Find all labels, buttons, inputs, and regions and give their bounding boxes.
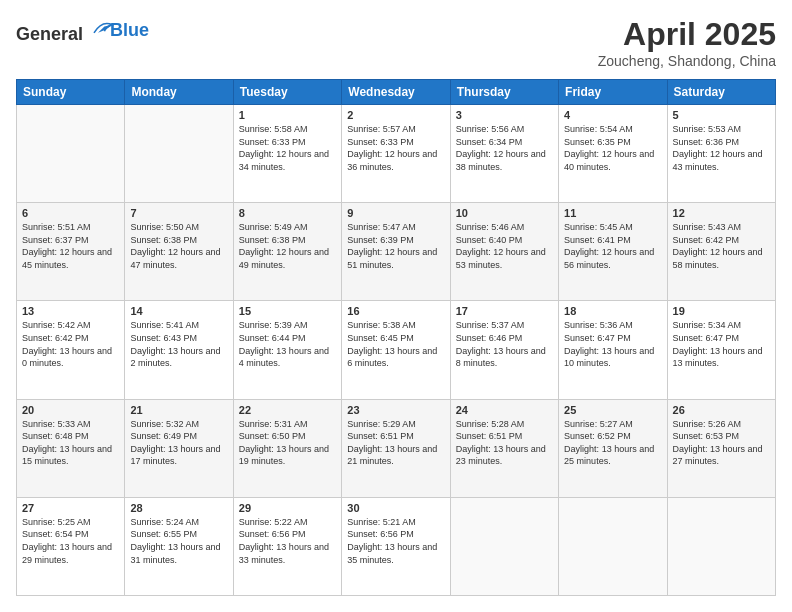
day-info: Sunrise: 5:36 AMSunset: 6:47 PMDaylight:…: [564, 319, 661, 369]
calendar-cell: 17Sunrise: 5:37 AMSunset: 6:46 PMDayligh…: [450, 301, 558, 399]
calendar-cell: 12Sunrise: 5:43 AMSunset: 6:42 PMDayligh…: [667, 203, 775, 301]
calendar-cell: 1Sunrise: 5:58 AMSunset: 6:33 PMDaylight…: [233, 105, 341, 203]
calendar-cell: 25Sunrise: 5:27 AMSunset: 6:52 PMDayligh…: [559, 399, 667, 497]
day-info: Sunrise: 5:32 AMSunset: 6:49 PMDaylight:…: [130, 418, 227, 468]
day-number: 10: [456, 207, 553, 219]
calendar-day-header: Friday: [559, 80, 667, 105]
main-title: April 2025: [598, 16, 776, 53]
day-info: Sunrise: 5:24 AMSunset: 6:55 PMDaylight:…: [130, 516, 227, 566]
calendar-cell: 4Sunrise: 5:54 AMSunset: 6:35 PMDaylight…: [559, 105, 667, 203]
logo: General Blue: [16, 16, 149, 45]
calendar-cell: 11Sunrise: 5:45 AMSunset: 6:41 PMDayligh…: [559, 203, 667, 301]
day-number: 24: [456, 404, 553, 416]
calendar-cell: [667, 497, 775, 595]
subtitle: Zoucheng, Shandong, China: [598, 53, 776, 69]
day-number: 8: [239, 207, 336, 219]
calendar-cell: 8Sunrise: 5:49 AMSunset: 6:38 PMDaylight…: [233, 203, 341, 301]
day-info: Sunrise: 5:25 AMSunset: 6:54 PMDaylight:…: [22, 516, 119, 566]
calendar-cell: 22Sunrise: 5:31 AMSunset: 6:50 PMDayligh…: [233, 399, 341, 497]
day-info: Sunrise: 5:37 AMSunset: 6:46 PMDaylight:…: [456, 319, 553, 369]
calendar-cell: 2Sunrise: 5:57 AMSunset: 6:33 PMDaylight…: [342, 105, 450, 203]
day-number: 17: [456, 305, 553, 317]
calendar-week-row: 6Sunrise: 5:51 AMSunset: 6:37 PMDaylight…: [17, 203, 776, 301]
calendar-day-header: Saturday: [667, 80, 775, 105]
calendar-week-row: 13Sunrise: 5:42 AMSunset: 6:42 PMDayligh…: [17, 301, 776, 399]
day-number: 12: [673, 207, 770, 219]
calendar-cell: 27Sunrise: 5:25 AMSunset: 6:54 PMDayligh…: [17, 497, 125, 595]
calendar-cell: 10Sunrise: 5:46 AMSunset: 6:40 PMDayligh…: [450, 203, 558, 301]
calendar-cell: 24Sunrise: 5:28 AMSunset: 6:51 PMDayligh…: [450, 399, 558, 497]
logo-general: General: [16, 24, 83, 44]
day-info: Sunrise: 5:51 AMSunset: 6:37 PMDaylight:…: [22, 221, 119, 271]
day-info: Sunrise: 5:39 AMSunset: 6:44 PMDaylight:…: [239, 319, 336, 369]
calendar-cell: 9Sunrise: 5:47 AMSunset: 6:39 PMDaylight…: [342, 203, 450, 301]
calendar-cell: [559, 497, 667, 595]
day-number: 11: [564, 207, 661, 219]
day-number: 6: [22, 207, 119, 219]
calendar-day-header: Tuesday: [233, 80, 341, 105]
calendar-cell: 28Sunrise: 5:24 AMSunset: 6:55 PMDayligh…: [125, 497, 233, 595]
calendar-cell: 23Sunrise: 5:29 AMSunset: 6:51 PMDayligh…: [342, 399, 450, 497]
calendar-cell: 14Sunrise: 5:41 AMSunset: 6:43 PMDayligh…: [125, 301, 233, 399]
day-info: Sunrise: 5:33 AMSunset: 6:48 PMDaylight:…: [22, 418, 119, 468]
day-number: 5: [673, 109, 770, 121]
calendar-week-row: 20Sunrise: 5:33 AMSunset: 6:48 PMDayligh…: [17, 399, 776, 497]
day-info: Sunrise: 5:41 AMSunset: 6:43 PMDaylight:…: [130, 319, 227, 369]
calendar-cell: 18Sunrise: 5:36 AMSunset: 6:47 PMDayligh…: [559, 301, 667, 399]
day-info: Sunrise: 5:27 AMSunset: 6:52 PMDaylight:…: [564, 418, 661, 468]
calendar-cell: 16Sunrise: 5:38 AMSunset: 6:45 PMDayligh…: [342, 301, 450, 399]
day-info: Sunrise: 5:21 AMSunset: 6:56 PMDaylight:…: [347, 516, 444, 566]
calendar-cell: [125, 105, 233, 203]
day-info: Sunrise: 5:56 AMSunset: 6:34 PMDaylight:…: [456, 123, 553, 173]
day-number: 20: [22, 404, 119, 416]
day-info: Sunrise: 5:54 AMSunset: 6:35 PMDaylight:…: [564, 123, 661, 173]
calendar-cell: 19Sunrise: 5:34 AMSunset: 6:47 PMDayligh…: [667, 301, 775, 399]
day-info: Sunrise: 5:34 AMSunset: 6:47 PMDaylight:…: [673, 319, 770, 369]
calendar-table: SundayMondayTuesdayWednesdayThursdayFrid…: [16, 79, 776, 596]
day-number: 19: [673, 305, 770, 317]
day-info: Sunrise: 5:43 AMSunset: 6:42 PMDaylight:…: [673, 221, 770, 271]
day-number: 16: [347, 305, 444, 317]
calendar-cell: 20Sunrise: 5:33 AMSunset: 6:48 PMDayligh…: [17, 399, 125, 497]
day-info: Sunrise: 5:53 AMSunset: 6:36 PMDaylight:…: [673, 123, 770, 173]
day-info: Sunrise: 5:46 AMSunset: 6:40 PMDaylight:…: [456, 221, 553, 271]
day-info: Sunrise: 5:42 AMSunset: 6:42 PMDaylight:…: [22, 319, 119, 369]
title-block: April 2025 Zoucheng, Shandong, China: [598, 16, 776, 69]
logo-blue: Blue: [110, 20, 149, 41]
calendar-cell: 13Sunrise: 5:42 AMSunset: 6:42 PMDayligh…: [17, 301, 125, 399]
calendar-header-row: SundayMondayTuesdayWednesdayThursdayFrid…: [17, 80, 776, 105]
day-number: 15: [239, 305, 336, 317]
day-info: Sunrise: 5:22 AMSunset: 6:56 PMDaylight:…: [239, 516, 336, 566]
day-info: Sunrise: 5:31 AMSunset: 6:50 PMDaylight:…: [239, 418, 336, 468]
day-number: 28: [130, 502, 227, 514]
day-number: 30: [347, 502, 444, 514]
day-info: Sunrise: 5:49 AMSunset: 6:38 PMDaylight:…: [239, 221, 336, 271]
calendar-cell: 15Sunrise: 5:39 AMSunset: 6:44 PMDayligh…: [233, 301, 341, 399]
day-number: 22: [239, 404, 336, 416]
header: General Blue April 2025 Zoucheng, Shando…: [16, 16, 776, 69]
calendar-cell: [450, 497, 558, 595]
day-number: 21: [130, 404, 227, 416]
calendar-cell: 30Sunrise: 5:21 AMSunset: 6:56 PMDayligh…: [342, 497, 450, 595]
day-number: 29: [239, 502, 336, 514]
day-info: Sunrise: 5:58 AMSunset: 6:33 PMDaylight:…: [239, 123, 336, 173]
day-info: Sunrise: 5:38 AMSunset: 6:45 PMDaylight:…: [347, 319, 444, 369]
day-info: Sunrise: 5:50 AMSunset: 6:38 PMDaylight:…: [130, 221, 227, 271]
day-info: Sunrise: 5:28 AMSunset: 6:51 PMDaylight:…: [456, 418, 553, 468]
calendar-cell: [17, 105, 125, 203]
calendar-day-header: Thursday: [450, 80, 558, 105]
day-number: 1: [239, 109, 336, 121]
calendar-cell: 3Sunrise: 5:56 AMSunset: 6:34 PMDaylight…: [450, 105, 558, 203]
logo-text: General Blue: [16, 16, 149, 45]
calendar-cell: 26Sunrise: 5:26 AMSunset: 6:53 PMDayligh…: [667, 399, 775, 497]
day-number: 27: [22, 502, 119, 514]
day-number: 4: [564, 109, 661, 121]
calendar-day-header: Monday: [125, 80, 233, 105]
day-number: 3: [456, 109, 553, 121]
day-number: 2: [347, 109, 444, 121]
calendar-day-header: Sunday: [17, 80, 125, 105]
calendar-cell: 5Sunrise: 5:53 AMSunset: 6:36 PMDaylight…: [667, 105, 775, 203]
day-info: Sunrise: 5:47 AMSunset: 6:39 PMDaylight:…: [347, 221, 444, 271]
page: General Blue April 2025 Zoucheng, Shando…: [0, 0, 792, 612]
day-number: 14: [130, 305, 227, 317]
